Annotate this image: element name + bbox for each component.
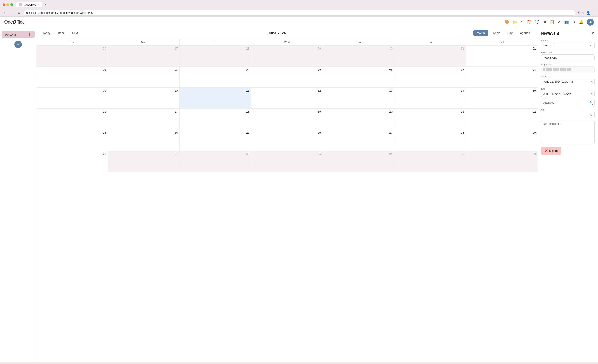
- calendar-cell[interactable]: 25: [180, 130, 251, 151]
- settings-icon[interactable]: ⚙: [572, 20, 575, 24]
- dow-wed: Wed: [251, 39, 323, 45]
- calendar-cell[interactable]: 03: [108, 67, 180, 88]
- next-btn[interactable]: Next: [70, 30, 80, 36]
- calendar-cell[interactable]: 29: [466, 130, 538, 151]
- sidebar-dots-icon[interactable]: ⋮: [28, 32, 31, 36]
- calendar-cell[interactable]: 09: [36, 88, 108, 108]
- user-avatar[interactable]: BB: [587, 18, 594, 26]
- calendar-cell[interactable]: 10: [108, 88, 180, 108]
- calendar-cell[interactable]: 06: [466, 151, 538, 172]
- calendar-cell[interactable]: 24: [108, 130, 180, 151]
- calendar-cell[interactable]: 26: [251, 130, 323, 151]
- calendar-cell[interactable]: 30: [323, 46, 394, 66]
- calendar-cell[interactable]: 17: [108, 109, 180, 129]
- description-textarea[interactable]: [541, 121, 595, 144]
- folder-icon[interactable]: 📁: [513, 20, 517, 24]
- calendar-cell[interactable]: 21: [394, 109, 466, 129]
- sidebar-item-personal[interactable]: Personal ⋮: [2, 31, 35, 38]
- maximize-window-btn[interactable]: [10, 3, 13, 6]
- calendar-title: June 2024: [83, 31, 470, 35]
- calendar-cell[interactable]: 27: [323, 130, 394, 151]
- call-select[interactable]: [541, 112, 595, 118]
- profile-icon[interactable]: 👤: [586, 11, 590, 15]
- tab-close-btn[interactable]: ✕: [38, 3, 40, 6]
- new-tab-btn[interactable]: +: [45, 3, 46, 7]
- calendar-cell[interactable]: 08: [466, 67, 538, 88]
- calendar-cell[interactable]: 15: [466, 88, 538, 108]
- attendee-search-btn[interactable]: 🔍: [590, 101, 593, 105]
- start-field: Start ✕: [541, 75, 595, 85]
- agenda-view-btn[interactable]: Agenda: [517, 30, 533, 36]
- calendar-cell[interactable]: 28: [180, 46, 251, 66]
- calendar-cell[interactable]: 14: [394, 88, 466, 108]
- panel-close-btn[interactable]: ✕: [591, 31, 595, 36]
- calendar-cell[interactable]: 20: [323, 109, 394, 129]
- calendar-cell[interactable]: 31: [394, 46, 466, 66]
- attendee-input[interactable]: [541, 99, 595, 106]
- calendar-cell[interactable]: 26: [36, 46, 108, 66]
- minimize-window-btn[interactable]: [7, 3, 9, 6]
- start-input[interactable]: [541, 79, 595, 85]
- calendar-cell[interactable]: 02: [180, 151, 251, 172]
- start-clear-btn[interactable]: ✕: [590, 80, 593, 83]
- end-field: End ✕: [541, 88, 595, 97]
- mail-icon[interactable]: ✉: [521, 20, 524, 24]
- calendar-cell[interactable]: 01: [466, 46, 538, 66]
- calendar-cell[interactable]: 03: [251, 151, 323, 172]
- week-view-btn[interactable]: Week: [489, 30, 503, 36]
- cast-icon[interactable]: ⎘: [578, 11, 580, 15]
- calendar-cell[interactable]: 04: [323, 151, 394, 172]
- calendar-icon[interactable]: 📅: [527, 20, 532, 24]
- calendar-cell[interactable]: 01: [108, 151, 180, 172]
- address-bar[interactable]: smartidea.oneoffice.africa/?module=calen…: [23, 10, 576, 16]
- back-nav-btn[interactable]: ←: [2, 10, 8, 16]
- menu-icon[interactable]: ⋮: [592, 11, 596, 15]
- calendar-cell[interactable]: 05: [394, 151, 466, 172]
- calendar-cell[interactable]: 11: [180, 88, 251, 108]
- delete-btn[interactable]: ✕ Delete: [541, 147, 561, 155]
- bookmark-icon[interactable]: ☆: [582, 11, 585, 15]
- end-clear-btn[interactable]: ✕: [590, 92, 593, 96]
- browser-tab[interactable]: OneOffice ✕: [17, 2, 42, 8]
- table-icon[interactable]: 📋: [550, 20, 555, 24]
- tab-favicon: [19, 3, 22, 6]
- month-view-btn[interactable]: Month: [473, 30, 488, 36]
- palette-icon[interactable]: 🎨: [505, 20, 509, 24]
- day-number: 04: [324, 152, 392, 155]
- calendar-cell[interactable]: 22: [466, 109, 538, 129]
- day-number: 02: [181, 152, 249, 155]
- attendee-field: 🔍: [541, 99, 595, 106]
- calendar-cell[interactable]: 06: [323, 67, 394, 88]
- calendar-select[interactable]: Personal: [541, 42, 595, 49]
- today-btn[interactable]: Today: [41, 30, 52, 36]
- calendar-cell[interactable]: 23: [36, 130, 108, 151]
- calendar-cell[interactable]: 27: [108, 46, 180, 66]
- back-btn[interactable]: Back: [56, 30, 66, 36]
- reload-btn[interactable]: ↻: [17, 10, 21, 16]
- end-input[interactable]: [541, 91, 595, 97]
- calendar-cell[interactable]: 18: [180, 109, 251, 129]
- logo-text: OneØffice: [4, 19, 25, 24]
- people-icon[interactable]: 👥: [564, 20, 569, 24]
- calendar-cell[interactable]: 05: [251, 67, 323, 88]
- calendar-cell[interactable]: 19: [251, 109, 323, 129]
- add-event-btn[interactable]: +: [14, 40, 22, 48]
- chat-icon[interactable]: 💬: [535, 20, 540, 24]
- monitor-icon[interactable]: 🖥: [543, 20, 547, 24]
- bell-icon[interactable]: 🔔: [579, 20, 583, 24]
- event-title-input[interactable]: [541, 54, 595, 61]
- calendar-cell[interactable]: 02: [36, 67, 108, 88]
- forward-nav-btn[interactable]: →: [9, 10, 15, 16]
- close-window-btn[interactable]: [2, 3, 5, 6]
- day-number: 13: [324, 89, 392, 92]
- calendar-cell[interactable]: 30: [36, 151, 108, 172]
- calendar-cell[interactable]: 28: [394, 130, 466, 151]
- calendar-cell[interactable]: 13: [323, 88, 394, 108]
- day-view-btn[interactable]: Day: [504, 30, 516, 36]
- calendar-cell[interactable]: 07: [394, 67, 466, 88]
- calendar-cell[interactable]: 29: [251, 46, 323, 66]
- check-icon[interactable]: ✔: [558, 20, 561, 24]
- calendar-cell[interactable]: 04: [180, 67, 251, 88]
- calendar-cell[interactable]: 16: [36, 109, 108, 129]
- calendar-cell[interactable]: 12: [251, 88, 323, 108]
